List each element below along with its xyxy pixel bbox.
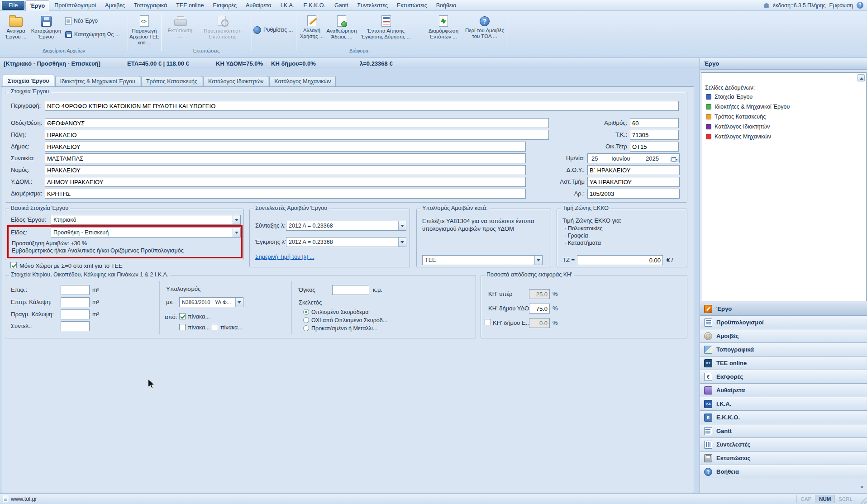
tab-engineers-catalog[interactable]: Κατάλογος Μηχανικών	[269, 76, 336, 86]
resize-grip[interactable]	[860, 497, 867, 504]
date-picker[interactable]: 25 Ιουνίου 2025	[587, 153, 680, 163]
chevron-down-icon[interactable]	[233, 228, 240, 237]
nav-item-voitheia[interactable]: Βοήθεια	[700, 465, 867, 478]
tab-owners-engineers[interactable]: Ιδιοκτήτες & Μηχανικοί Έργου	[55, 76, 140, 86]
allowed-coverage-input[interactable]	[61, 297, 90, 307]
menu-tab-topografika[interactable]: Τοπογραφικά	[130, 0, 171, 10]
tab-project-details[interactable]: Στοιχεία Έργου	[3, 75, 54, 86]
generate-tee-xml-button[interactable]: Παραγωγή Αρχείου ΤΕΕ xml ...	[129, 13, 159, 48]
street-input[interactable]	[45, 118, 549, 128]
police-input[interactable]	[587, 177, 680, 187]
city-input[interactable]	[45, 130, 549, 140]
volume-input[interactable]	[332, 285, 369, 295]
skeleton-radio-prefab[interactable]	[303, 325, 309, 331]
permit-forms-button[interactable]: Έντυπα Αίτησης Έγκρισης Δόμησης ...	[359, 13, 413, 48]
kh-ydom-input[interactable]	[529, 304, 550, 314]
number-input[interactable]	[630, 118, 679, 128]
syntax-lambda-combo[interactable]: 2012 A = 0.23368	[286, 221, 406, 231]
page-item-owners-engineers[interactable]: Ιδιοκτήτες & Μηχανικοί Έργου	[706, 103, 790, 111]
form-config-button[interactable]: Διαμόρφωση Εντύπων ...	[424, 13, 463, 48]
menu-tab-syntelestes[interactable]: Συντελεστές	[353, 0, 392, 10]
nav-item-ika[interactable]: Ι.Κ.Α.	[700, 397, 867, 410]
skeleton-radio-concrete[interactable]	[303, 309, 309, 315]
chevron-down-icon[interactable]	[235, 298, 243, 307]
display-menu[interactable]: Εμφάνιση	[829, 2, 853, 9]
ar-input[interactable]	[587, 189, 680, 199]
menu-tab-proypologismoi[interactable]: Προϋπολογισμοί	[50, 0, 100, 10]
nav-item-topografika[interactable]: Τοπογραφικά	[700, 342, 867, 356]
skeleton-radio-not-concrete[interactable]	[303, 317, 309, 323]
nav-item-ektyposeis[interactable]: Εκτυπώσεις	[700, 451, 867, 465]
menu-tab-eisfores[interactable]: Εισφορές	[209, 0, 241, 10]
change-use-button[interactable]: Αλλαγή Χρήσης ...	[299, 13, 325, 48]
kh-dimou-checkbox[interactable]	[485, 319, 491, 325]
home-icon[interactable]	[763, 3, 769, 8]
current-lambda-link[interactable]: Σημερινή Τιμή του [λ] ...	[255, 254, 314, 260]
menu-tab-tee-online[interactable]: ΤΕΕ online	[172, 0, 208, 10]
kind-combo[interactable]: Προσθήκη - Επισκευή	[51, 228, 241, 238]
area-input[interactable]	[61, 285, 90, 295]
description-input[interactable]	[45, 101, 679, 111]
print-preview-button[interactable]: Προεπισκόπηση Εκτύπωσης	[201, 13, 244, 48]
page-item-project-details[interactable]: Στοιχεία Έργου	[706, 93, 753, 101]
tab-construction-method[interactable]: Τρόπος Κατασκευής	[141, 76, 202, 86]
print-button[interactable]: Εκτύπωση ...	[166, 13, 195, 48]
scroll-up-icon[interactable]	[857, 74, 865, 81]
page-item-construction-method[interactable]: Τρόπος Κατασκευής	[706, 113, 766, 121]
menu-tab-ergo[interactable]: Έργο	[25, 0, 49, 11]
more-chevrons-icon[interactable]: »	[860, 483, 863, 490]
license-revision-button[interactable]: Αναθεώρηση Άδειας ...	[327, 13, 357, 48]
menu-tab-ektyposeis[interactable]: Εκτυπώσεις	[393, 0, 431, 10]
page-item-engineers-catalog[interactable]: Κατάλογος Μηχανικών	[706, 133, 771, 141]
about-button[interactable]: Περί του Αμοιβές του ΤΟΛ ...	[465, 13, 504, 48]
nav-item-ekko[interactable]: Ε.Κ.Κ.Ο.	[700, 410, 867, 424]
menu-tab-ekko[interactable]: Ε.Κ.Κ.Ο.	[299, 0, 329, 10]
nav-item-proypologismoi[interactable]: Προϋπολογισμοί	[700, 315, 867, 329]
save-as-button[interactable]: Καταχώρηση Ως ...	[65, 29, 120, 40]
data-pages-listbox[interactable]: Σελίδες Δεδομένων: Στοιχεία Έργου Ιδιοκτ…	[701, 72, 867, 301]
prefecture-input[interactable]	[45, 165, 526, 175]
doy-input[interactable]	[587, 165, 680, 175]
menu-tab-afthereta[interactable]: Αυθαίρετα	[242, 0, 276, 10]
block-input[interactable]	[630, 142, 679, 152]
actual-coverage-input[interactable]	[61, 309, 90, 319]
chevron-down-icon[interactable]	[398, 238, 406, 247]
region-input[interactable]	[45, 189, 526, 199]
xml-spaces-checkbox[interactable]	[10, 262, 17, 268]
table3-checkbox[interactable]	[212, 324, 218, 330]
nav-item-afthereta[interactable]: Αυθαίρετα	[700, 383, 867, 397]
menu-tab-voitheia[interactable]: Βοήθεια	[432, 0, 461, 10]
save-project-button[interactable]: Καταχώρηση Έργου	[30, 13, 62, 48]
new-project-button[interactable]: Νέο Έργο	[65, 15, 98, 26]
fee-calc-combo[interactable]: ΤΕΕ	[422, 255, 543, 265]
calendar-dropdown-icon[interactable]	[670, 155, 679, 162]
district-input[interactable]	[45, 153, 526, 163]
tab-owners-catalog[interactable]: Κατάλογος Ιδιοκτητών	[203, 76, 268, 86]
project-kind-combo[interactable]: Κτηριακό	[51, 215, 241, 225]
menu-tab-amoives[interactable]: Αμοιβές	[101, 0, 129, 10]
open-project-button[interactable]: Άνοιγμα Έργου ...	[3, 13, 29, 48]
page-item-owners-catalog[interactable]: Κατάλογος Ιδιοκτητών	[706, 123, 770, 131]
nav-item-syntelestes[interactable]: Συντελεστές	[700, 437, 867, 451]
tz-input[interactable]	[577, 255, 663, 265]
municipality-input[interactable]	[45, 142, 526, 152]
coefficient-input[interactable]	[61, 321, 90, 331]
nav-item-tee-online[interactable]: ΤΕΕ online	[700, 356, 867, 370]
nav-item-gantt[interactable]: Gantt	[700, 424, 867, 437]
approval-lambda-combo[interactable]: 2012 A = 0.23368	[286, 237, 406, 247]
help-icon[interactable]	[857, 2, 863, 9]
chevron-down-icon[interactable]	[233, 215, 240, 224]
nav-item-eisfores[interactable]: Εισφορές	[700, 370, 867, 383]
file-button[interactable]: File	[2, 1, 24, 10]
menu-tab-gantt[interactable]: Gantt	[330, 0, 353, 10]
table2-checkbox[interactable]	[179, 324, 186, 330]
settings-button[interactable]: Ρυθμίσεις ...	[253, 24, 293, 35]
postal-input[interactable]	[630, 130, 679, 140]
chevron-down-icon[interactable]	[534, 256, 542, 265]
calculation-method-combo[interactable]: Ν3863/2010 - ΥΑ Φ...	[179, 297, 243, 307]
table1-checkbox[interactable]	[179, 313, 186, 319]
nav-item-ergo[interactable]: Έργο	[700, 302, 867, 315]
chevron-down-icon[interactable]	[398, 221, 406, 230]
menu-tab-ika[interactable]: Ι.Κ.Α.	[276, 0, 299, 10]
ydom-input[interactable]	[45, 177, 526, 187]
